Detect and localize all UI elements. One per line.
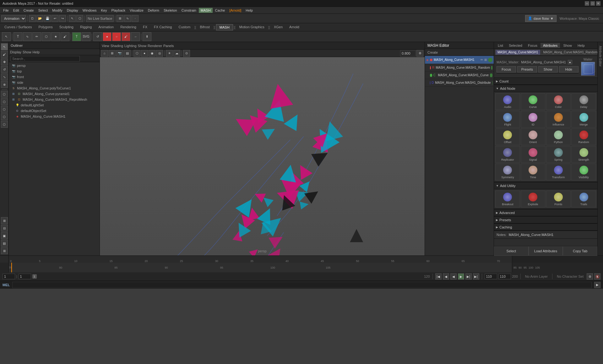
menu-file[interactable]: File — [1, 8, 11, 13]
mash-node-distribute[interactable]: D MASH_Along_Curve:MASH1_Distribute — [425, 79, 494, 87]
shelf-ring-btn[interactable]: ○ — [112, 32, 121, 41]
hide-btn[interactable]: Hide — [559, 66, 579, 72]
vp-menu-lighting[interactable]: Lighting — [124, 44, 137, 48]
outliner-item-light-set[interactable]: 💡 defaultLightSet — [9, 102, 100, 108]
node-cell-trails[interactable]: Trails — [571, 190, 596, 207]
save-scene-btn[interactable]: 💾 — [44, 15, 51, 22]
tab-fx-caching[interactable]: FX Caching — [151, 24, 175, 30]
shelf-poly-btn[interactable]: ⬡ — [42, 32, 51, 41]
outliner-item-poly-curve[interactable]: S MASH_Along_Curve:polyToCurve1 — [9, 85, 100, 91]
outliner-item-persp[interactable]: 📷 persp — [9, 63, 100, 68]
node-cell-explode[interactable]: Explode — [521, 190, 546, 207]
shelf-type-btn[interactable]: T — [72, 32, 81, 41]
outliner-item-pyramid[interactable]: ⊞ ⊡ MASH_Along_Curve:pyramid1 — [9, 91, 100, 97]
attr-node-tab-mash1[interactable]: MASH_Along_Curve:MASH1 — [495, 50, 541, 55]
shelf-select-btn[interactable]: ↖ — [2, 32, 11, 41]
select-mode-btn[interactable]: ↖ — [1, 43, 8, 50]
outliner-menu-display[interactable]: Display — [10, 50, 21, 54]
menu-help[interactable]: Help — [244, 8, 255, 13]
shelf-arrow-btn[interactable]: → — [131, 32, 140, 41]
render-btn[interactable]: ▤ — [1, 240, 8, 247]
menu-cache[interactable]: Cache — [213, 8, 227, 13]
tab-animation[interactable]: Animation — [95, 24, 117, 30]
menu-edit[interactable]: Edit — [11, 8, 21, 13]
shelf-rotate-btn[interactable]: ↺ — [93, 32, 102, 41]
mash-node-random[interactable]: R MASH_Along_Curve:MASH1_Random — [425, 64, 494, 72]
soft-mod5-btn[interactable]: ⬡ — [1, 121, 8, 128]
shelf-pencil-btn[interactable]: ✏ — [32, 32, 41, 41]
start-frame-input[interactable] — [19, 274, 31, 279]
shelf-bezier-btn[interactable]: ∿ — [23, 32, 32, 41]
new-scene-btn[interactable]: 🗋 — [29, 15, 36, 22]
menu-modify[interactable]: Modify — [50, 8, 64, 13]
play-forward-btn[interactable]: ▶ — [458, 273, 464, 280]
copy-tab-button[interactable]: Copy Tab — [563, 246, 597, 256]
focus-btn[interactable]: Focus — [497, 66, 516, 72]
step-back-btn[interactable]: ◀ — [443, 273, 449, 280]
shelf-sphere-btn[interactable]: ● — [103, 32, 111, 41]
tab-rigging[interactable]: Rigging — [77, 24, 95, 30]
vp-mask-btn[interactable]: ▤ — [124, 50, 131, 57]
attr-tab-selected[interactable]: Selected — [506, 43, 525, 48]
distribute-node-toggle[interactable] — [492, 81, 492, 85]
mash-dupe-icon[interactable]: ⊞ — [484, 58, 487, 62]
attr-focus-btn[interactable]: ● — [568, 60, 572, 64]
menu-arnold[interactable]: [Arnold] — [227, 8, 243, 13]
curve-node-toggle[interactable] — [490, 73, 492, 77]
tab-custom[interactable]: Custom — [176, 24, 194, 30]
menu-mash[interactable]: MASH — [199, 8, 213, 13]
vp-shade-btn[interactable]: ● — [141, 50, 148, 57]
move-btn[interactable]: ✥ — [1, 58, 8, 65]
count-section-header[interactable]: ▶ Count — [494, 78, 597, 85]
outliner-item-front[interactable]: 📷 front — [9, 74, 100, 80]
node-cell-offset[interactable]: Offset — [495, 128, 520, 145]
vp-shade-wire-btn[interactable]: ◉ — [149, 50, 155, 57]
timeline-track[interactable]: 75 80 85 90 95 100 105 85 90 95 100 105 — [0, 263, 603, 272]
vp-menu-renderer[interactable]: Renderer — [148, 44, 162, 48]
attr-tab-focus[interactable]: Focus — [525, 43, 540, 48]
timeline-track-main[interactable]: 75 80 85 90 95 100 105 — [9, 263, 512, 272]
node-cell-color[interactable]: Color — [546, 93, 571, 110]
add-utility-header[interactable]: ▼ Add Utility — [494, 182, 597, 189]
vp-camera-btn[interactable]: 📷 — [116, 50, 123, 57]
snap-point-btn[interactable]: · — [132, 15, 139, 22]
node-cell-delay[interactable]: Delay — [571, 93, 596, 110]
tab-polygons[interactable]: Polygons — [35, 24, 56, 30]
add-node-header[interactable]: ▼ Add Node — [494, 85, 597, 92]
menu-key[interactable]: Key — [99, 8, 109, 13]
node-cell-points[interactable]: Points — [546, 190, 571, 207]
mode-select[interactable]: Animation — [1, 15, 26, 22]
tab-fx[interactable]: FX — [140, 24, 150, 30]
advanced-header[interactable]: ▶ Advanced — [494, 209, 597, 216]
node-cell-flight[interactable]: Flight — [495, 111, 520, 128]
vp-home-btn[interactable]: ⌂ — [101, 50, 108, 57]
tab-curves-surfaces[interactable]: Curves / Surfaces — [1, 24, 35, 30]
range-start-input[interactable] — [485, 274, 497, 279]
shelf-export-btn[interactable]: ⬆ — [143, 32, 151, 41]
node-cell-replicator[interactable]: Replicator — [495, 146, 520, 163]
snap-grid-btn[interactable]: ⊞ — [117, 15, 123, 22]
vp-wireframe-btn[interactable]: ⬡ — [133, 50, 140, 57]
menu-skeleton[interactable]: Skeleton — [162, 8, 179, 13]
step-forward-btn[interactable]: ▶| — [465, 273, 472, 280]
outliner-item-object-set[interactable]: ⊙ defaultObjectSet — [9, 108, 100, 114]
vtab-label[interactable]: Attribute Editor — [598, 43, 603, 69]
iso-btn[interactable]: ▣ — [1, 232, 8, 239]
menu-playback[interactable]: Playback — [109, 8, 127, 13]
tab-bifrost[interactable]: Bifrost — [197, 24, 213, 30]
mash-network-row[interactable]: ◈ MASH_Along_Curve:MASH1 ✏ ⊞ — [425, 56, 494, 64]
attr-tab-list[interactable]: List — [495, 43, 506, 48]
menu-deform[interactable]: Deform — [146, 8, 161, 13]
outliner-menu-show[interactable]: Show — [23, 50, 31, 54]
attr-tab-help[interactable]: Help — [575, 43, 587, 48]
vp-settings-btn[interactable]: ⚙ — [416, 50, 423, 57]
menu-visualize[interactable]: Visualize — [128, 8, 145, 13]
mash-edit-icon[interactable]: ✏ — [481, 58, 483, 62]
node-cell-visibility[interactable]: Visibility — [571, 163, 596, 180]
menu-display[interactable]: Display — [65, 8, 80, 13]
user-button[interactable]: 👤 dave floiw ▼ — [525, 15, 557, 22]
outliner-item-repromesh[interactable]: ⊞ ⊡ MASH_Along_Curve:MASH1_ReproMesh — [9, 97, 100, 102]
vp-menu-view[interactable]: View — [102, 44, 109, 48]
undo-btn[interactable]: ↩ — [52, 15, 58, 22]
close-button[interactable]: ✕ — [596, 1, 600, 6]
